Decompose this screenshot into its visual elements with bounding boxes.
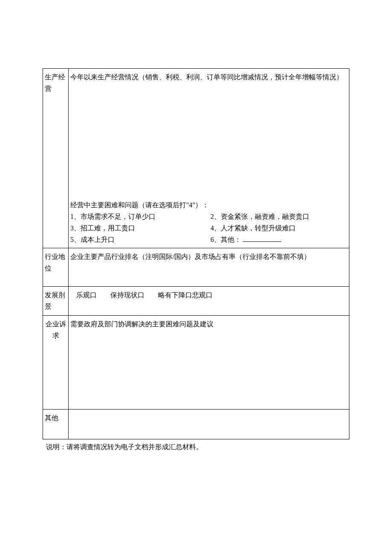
issue-6-blank[interactable] xyxy=(243,236,281,242)
label-production: 生产经营 xyxy=(43,69,69,197)
label-other: 其他 xyxy=(43,409,69,439)
issues-title: 经营中主要困难和问题（请在选项后打"4"）： xyxy=(70,199,347,211)
prospect-opt-2[interactable]: 保持现状口 xyxy=(110,289,144,301)
cell-production-issues: 经营中主要困难和问题（请在选项后打"4"）： 1、市场需求不足，订单少口 2、资… xyxy=(69,197,349,248)
issue-6[interactable]: 6、其他： xyxy=(210,234,347,245)
issue-1[interactable]: 1、市场需求不足，订单少口 xyxy=(70,211,207,222)
row-prospect: 发展刖景 乐观口 保持现状口 略有下降口悲观口 xyxy=(43,287,349,315)
issues-grid: 1、市场需求不足，订单少口 2、资金紧张，融资难，融资贵口 3、招工难，用工贵口… xyxy=(70,211,347,246)
label-industry: 行业地位 xyxy=(43,248,69,287)
label-prospect: 发展刖景 xyxy=(43,287,69,315)
cell-other xyxy=(69,409,349,439)
cell-industry: 企业主要产品行业排名（注明国际/国内）及市场占有率（行业排名不靠前不填） xyxy=(69,248,349,287)
label-production-text: 生产经营 xyxy=(45,73,65,92)
label-appeal: 企业诉求 xyxy=(43,315,69,409)
row-production-desc: 生产经营 今年以来生产经营情况（销售、利税、利润、订单等同比增减情况，预计全年增… xyxy=(43,69,349,197)
issue-2[interactable]: 2、资金紧张，融资难，融资贵口 xyxy=(210,211,347,222)
production-desc-text: 今年以来生产经营情况（销售、利税、利润、订单等同比增减情况，预计全年增幅等情况） xyxy=(70,73,343,81)
form-table: 生产经营 今年以来生产经营情况（销售、利税、利润、订单等同比增减情况，预计全年增… xyxy=(43,68,349,439)
label-prospect-text: 发展刖景 xyxy=(45,291,65,310)
appeal-desc-text: 需要政府及部门协调解决的主要困难问题及建议 xyxy=(70,320,213,328)
label-other-text: 其他 xyxy=(45,414,58,421)
industry-desc-text: 企业主要产品行业排名（注明国际/国内）及市场占有率（行业排名不靠前不填） xyxy=(70,253,311,260)
prospect-opt-1[interactable]: 乐观口 xyxy=(76,289,97,301)
row-production-issues: 经营中主要困难和问题（请在选项后打"4"）： 1、市场需求不足，订单少口 2、资… xyxy=(43,197,349,248)
footnote: 说明：请将调查情况转为电子文档并形成汇总材料。 xyxy=(46,443,349,452)
label-appeal-text: 企业诉求 xyxy=(46,320,66,339)
cell-appeal: 需要政府及部门协调解决的主要困难问题及建议 xyxy=(69,315,349,409)
cell-production-desc: 今年以来生产经营情况（销售、利税、利润、订单等同比增减情况，预计全年增幅等情况） xyxy=(69,69,349,197)
row-industry: 行业地位 企业主要产品行业排名（注明国际/国内）及市场占有率（行业排名不靠前不填… xyxy=(43,248,349,287)
issue-3[interactable]: 3、招工难，用工贵口 xyxy=(70,222,207,234)
issue-4[interactable]: 4、人才紧缺，转型升级难口 xyxy=(210,222,347,234)
row-other: 其他 xyxy=(43,409,349,439)
label-production-spacer xyxy=(43,197,69,248)
label-industry-text: 行业地位 xyxy=(45,253,65,272)
issue-6-text: 6、其他： xyxy=(210,236,241,243)
cell-prospect: 乐观口 保持现状口 略有下降口悲观口 xyxy=(69,287,349,315)
issue-5[interactable]: 5、成本上升口 xyxy=(70,234,207,245)
page: 生产经营 今年以来生产经营情况（销售、利税、利润、订单等同比增减情况，预计全年增… xyxy=(0,0,392,477)
row-appeal: 企业诉求 需要政府及部门协调解决的主要困难问题及建议 xyxy=(43,315,349,409)
prospect-opt-3[interactable]: 略有下降口悲观口 xyxy=(158,289,213,301)
